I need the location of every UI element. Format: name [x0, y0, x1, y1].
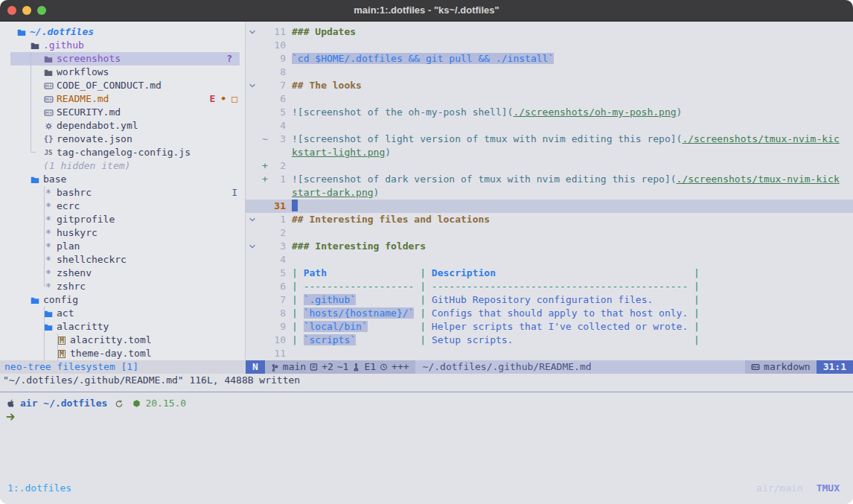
tree-item-label: theme-day.toml — [70, 347, 152, 360]
text-segment-link: kstart-light.png — [292, 147, 385, 158]
close-button[interactable] — [7, 6, 16, 15]
fold-chevron-icon[interactable] — [246, 25, 262, 39]
line-text: ### Updates — [286, 25, 356, 39]
text-segment-code: `cd $HOME/.dotfiles && git pull && ./ins… — [292, 53, 554, 64]
shell-prompt: air ~/.dotfiles 20.15.0 — [6, 397, 186, 410]
tree-item-theme-day.toml[interactable]: Mtheme-day.toml — [0, 347, 245, 360]
editor-line[interactable]: +1![screenshot of dark version of tmux w… — [246, 173, 853, 186]
tmux-window-tab[interactable]: 1:.dotfiles — [0, 482, 71, 495]
tree-item-screenshots[interactable]: screenshots? — [10, 52, 240, 66]
tree-item-alacritty[interactable]: alacritty — [0, 320, 245, 334]
line-number: 11 — [268, 25, 286, 39]
line-number: 4 — [268, 253, 286, 267]
line-number: 6 — [268, 280, 286, 293]
fold-column — [246, 200, 262, 213]
line-text — [286, 39, 292, 52]
editor-line[interactable]: 10 — [246, 39, 853, 52]
editor-line[interactable]: 10| `scripts` | Setup scripts. | — [246, 334, 853, 347]
tree-item-ecrc[interactable]: *ecrc — [0, 200, 245, 213]
tree-item-zshrc[interactable]: *zshrc — [0, 280, 245, 293]
tree-item-bashrc[interactable]: *bashrcI — [0, 186, 245, 200]
editor-line[interactable]: 1## Interesting files and locations — [246, 213, 853, 226]
sign-column — [262, 253, 268, 267]
tree-item--.dotfiles[interactable]: ~/.dotfiles — [0, 25, 245, 39]
editor-line[interactable]: 9`cd $HOME/.dotfiles && git pull && ./in… — [246, 52, 853, 66]
text-segment-pipe: | — [688, 321, 700, 332]
editor-line[interactable]: 7## The looks — [246, 79, 853, 92]
tree-item-zshenv[interactable]: *zshenv — [0, 267, 245, 280]
tree-item-code-of-conduct.md[interactable]: CODE_OF_CONDUCT.md — [0, 79, 245, 92]
traffic-lights — [7, 0, 46, 21]
zoom-button[interactable] — [37, 6, 46, 15]
tree-item-readme.md[interactable]: README.mdE•□ — [0, 92, 245, 106]
tree-item-label: dependabot.yml — [57, 119, 138, 133]
git-added-count: +2 — [322, 360, 333, 374]
sign-column — [262, 119, 268, 133]
line-number: 3 — [268, 240, 286, 253]
text-segment-plain — [356, 294, 414, 305]
fold-chevron-icon[interactable] — [246, 79, 262, 92]
tree-item-config[interactable]: config — [0, 293, 245, 307]
line-text: | `local/bin` | Helper scripts that I've… — [286, 320, 700, 334]
editor-line-current[interactable]: 31 — [246, 200, 853, 213]
fold-chevron-icon[interactable] — [246, 213, 262, 226]
statusline: N main +2 ~1 E1 +++ ~/.dotfiles/.github/… — [246, 360, 853, 374]
text-segment-pipe: | — [414, 334, 431, 345]
editor-line[interactable]: 5| Path | Description | — [246, 267, 853, 280]
editor-line[interactable]: kstart-light.png) — [246, 146, 853, 159]
text-segment-pipe: | — [688, 267, 700, 278]
editor-line[interactable]: 2 — [246, 226, 853, 240]
tree-item-badges: I — [231, 186, 237, 200]
tree-item-workflows[interactable]: workflows — [0, 66, 245, 79]
tree-item-alacritty.toml[interactable]: Malacritty.toml — [0, 334, 245, 347]
line-text — [286, 226, 292, 240]
tree-item-gitprofile[interactable]: *gitprofile — [0, 213, 245, 226]
editor-line[interactable]: 7| `.github` | GitHub Repository configu… — [246, 293, 853, 307]
editor-line[interactable]: start-dark.png) — [246, 186, 853, 200]
editor-line[interactable]: 11 — [246, 347, 853, 360]
line-number: 4 — [268, 119, 286, 133]
text-segment-link: ./screenshots/tmux-nvim-kick — [677, 173, 840, 185]
editor-line[interactable]: 3### Interesting folders — [246, 240, 853, 253]
line-number: 10 — [268, 39, 286, 52]
editor-line[interactable]: 4 — [246, 253, 853, 267]
sign-column — [262, 320, 268, 334]
text-segment-cell: GitHub Repository configuration files. — [432, 294, 653, 305]
text-segment-link: ./screenshots/tmux-nvim-kic — [682, 133, 839, 144]
editor-line[interactable]: 4 — [246, 119, 853, 133]
tree-item-label: ~/.dotfiles — [30, 25, 94, 39]
editor-line[interactable]: 9| `local/bin` | Helper scripts that I'v… — [246, 320, 853, 334]
tree-item-.github[interactable]: .github — [0, 39, 245, 52]
file-tree: ~/.dotfiles.githubscreenshots?workflowsC… — [0, 22, 245, 360]
editor-line[interactable]: +2 — [246, 159, 853, 173]
editor-line[interactable]: 11### Updates — [246, 25, 853, 39]
editor-line[interactable]: ~3![screenshot of light version of tmux … — [246, 133, 853, 146]
tree-item-dependabot.yml[interactable]: dependabot.yml — [0, 119, 245, 133]
text-segment-h2: ## The looks — [292, 80, 362, 91]
tree-item-security.md[interactable]: SECURITY.md — [0, 106, 245, 119]
editor-line[interactable]: 8 — [246, 66, 853, 79]
nodejs-icon — [132, 399, 141, 408]
tree-item-shellcheckrc[interactable]: *shellcheckrc — [0, 253, 245, 267]
tree-item-renovate.json[interactable]: {}renovate.json — [0, 133, 245, 146]
tree-item-base[interactable]: base — [0, 173, 245, 186]
tree-item--1-hidden-item-[interactable]: (1 hidden item) — [0, 159, 245, 173]
line-text: | `scripts` | Setup scripts. | — [286, 334, 700, 347]
minimize-button[interactable] — [22, 6, 31, 15]
status-badge: ? — [226, 52, 232, 66]
editor-line[interactable]: 8| `hosts/{hostname}/` | Configs that sh… — [246, 307, 853, 320]
tree-item-plan[interactable]: *plan — [0, 240, 245, 253]
tree-item-tag-changelog-config.js[interactable]: JStag-changelog-config.js — [0, 146, 245, 159]
tree-item-huskyrc[interactable]: *huskyrc — [0, 226, 245, 240]
text-segment-pipe: | — [292, 321, 304, 332]
editor-buffer[interactable]: 11### Updates 10 9`cd $HOME/.dotfiles &&… — [246, 22, 853, 360]
editor-line[interactable]: 5![screenshot of the oh-my-posh shell](.… — [246, 106, 853, 119]
tree-item-act[interactable]: act — [0, 307, 245, 320]
editor-line[interactable]: 6| ------------------- | ---------------… — [246, 280, 853, 293]
line-text: start-dark.png) — [286, 186, 379, 200]
line-text: kstart-light.png) — [286, 146, 391, 159]
neotree-sidebar[interactable]: ~/.dotfiles.githubscreenshots?workflowsC… — [0, 22, 246, 360]
editor-line[interactable]: 6 — [246, 92, 853, 106]
fold-chevron-icon[interactable] — [246, 240, 262, 253]
sign-column — [262, 240, 268, 253]
